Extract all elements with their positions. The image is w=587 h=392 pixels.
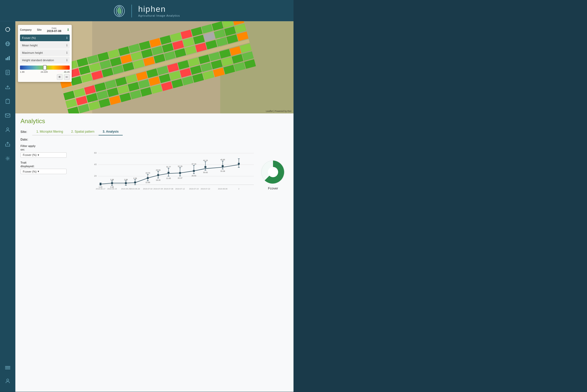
fcover-info-icon[interactable]: ℹ <box>66 36 68 40</box>
sidebar-icon-mail[interactable] <box>3 111 12 120</box>
svg-point-23 <box>7 379 9 381</box>
height-std-info-icon[interactable]: ℹ <box>66 58 68 62</box>
color-range-labels: 1.99 24.220 46.45 <box>20 71 70 73</box>
sidebar-icon-settings[interactable] <box>3 154 12 163</box>
sidebar-icon-rotate[interactable] <box>3 25 12 34</box>
color-range-min: 1.99 <box>20 71 25 73</box>
svg-text:22.37: 22.37 <box>178 177 182 179</box>
map-header: Company Site Date 2019-07-08 ⬇ <box>20 27 70 33</box>
svg-rect-157 <box>125 182 127 184</box>
svg-rect-203 <box>222 165 224 167</box>
svg-text:18.00: 18.00 <box>156 179 161 181</box>
fcover-circle-label: Fcover <box>268 186 278 190</box>
trait-mean-height-label: Mean height <box>22 44 38 47</box>
app-header: hiphen Agricultural Image Analytics <box>0 0 294 21</box>
svg-rect-10 <box>9 56 10 60</box>
color-bar[interactable] <box>20 66 70 70</box>
trait-max-height-button[interactable]: Maximum height ℹ <box>20 49 70 56</box>
mean-height-info-icon[interactable]: ℹ <box>66 44 68 47</box>
svg-text:37.16: 37.16 <box>192 163 196 165</box>
filter-apply-select[interactable]: Fcover (%) ▾ <box>20 152 67 158</box>
color-view-button[interactable]: 👁 <box>57 74 62 80</box>
filter-apply-group: Filter applyon: Fcover (%) ▾ <box>20 144 67 158</box>
sidebar-icon-export[interactable] <box>3 140 12 149</box>
svg-text:2019-06-28: 2019-06-28 <box>130 188 140 190</box>
color-range-max: 46.45 <box>64 71 70 73</box>
svg-text:44.18: 44.18 <box>203 159 208 162</box>
trait-fcover-label: Fcover (%) <box>22 36 36 39</box>
svg-text:2019-07-08: 2019-07-08 <box>164 188 173 190</box>
tab-spatial-pattern[interactable]: 2. Spatial pattern <box>67 128 99 135</box>
svg-rect-209 <box>238 163 240 165</box>
trait-mean-height-button[interactable]: Mean height ℹ <box>20 42 70 49</box>
main-layout: Company Site Date 2019-07-08 ⬇ Fcover (%… <box>0 21 294 392</box>
sidebar-icon-document[interactable] <box>3 68 12 77</box>
svg-text:2019-08-06: 2019-08-06 <box>218 188 227 190</box>
svg-text:2019-06-19: 2019-06-19 <box>107 188 117 190</box>
trait-displayed-chevron: ▾ <box>38 170 39 173</box>
svg-text:60: 60 <box>94 152 97 154</box>
content-area: Company Site Date 2019-07-08 ⬇ Fcover (%… <box>15 21 294 392</box>
logo-text: hiphen Agricultural Image Analytics <box>138 5 180 17</box>
app-tagline: Agricultural Image Analytics <box>138 14 180 17</box>
svg-text:20: 20 <box>94 175 97 177</box>
chart-wrapper: 60 40 20 <box>72 147 288 193</box>
sidebar-icon-chart[interactable] <box>3 54 12 63</box>
filter-apply-label: Filter applyon: <box>20 144 67 152</box>
svg-rect-179 <box>167 172 169 174</box>
svg-text:2: 2 <box>238 188 239 190</box>
svg-text:3.98: 3.98 <box>133 177 137 179</box>
svg-point-18 <box>7 128 9 130</box>
sidebar-icon-globe[interactable] <box>3 39 12 48</box>
svg-text:2.88: 2.88 <box>110 178 114 181</box>
analytics-chart: 60 40 20 <box>72 147 288 193</box>
tab-microplot-filtering[interactable]: 1. Microplot filtering <box>32 128 67 135</box>
svg-rect-197 <box>204 166 206 168</box>
svg-text:45.85: 45.85 <box>221 158 225 161</box>
color-edit-button[interactable]: ✏ <box>64 74 70 80</box>
color-range-actions: 👁 ✏ <box>20 74 70 80</box>
trait-height-std-button[interactable]: Height standard deviation ℹ <box>20 57 70 63</box>
tab-analysis[interactable]: 3. Analysis <box>99 128 123 135</box>
color-range-mid: 24.220 <box>41 71 48 73</box>
svg-point-223 <box>268 167 278 177</box>
svg-text:40: 40 <box>94 163 97 166</box>
svg-rect-8 <box>6 58 7 60</box>
max-height-info-icon[interactable]: ℹ <box>66 51 68 55</box>
sidebar-icon-person[interactable] <box>3 125 12 134</box>
fcover-circle-svg <box>260 159 286 185</box>
sidebar-icon-clipboard[interactable] <box>3 97 12 106</box>
svg-text:21.65: 21.65 <box>166 177 171 179</box>
svg-text:33.38: 33.38 <box>221 170 225 172</box>
trait-fcover-button[interactable]: Fcover (%) ℹ <box>20 35 70 41</box>
svg-rect-173 <box>157 174 159 176</box>
svg-text:30.83: 30.83 <box>203 171 208 174</box>
map-panel: Company Site Date 2019-07-08 ⬇ Fcover (%… <box>18 25 72 82</box>
trait-height-std-label: Height standard deviation <box>22 59 54 62</box>
sidebar <box>0 21 15 392</box>
svg-text:2.88: 2.88 <box>124 178 128 181</box>
color-range: 1.99 24.220 46.45 👁 ✏ <box>20 66 70 80</box>
sidebar-icon-upload[interactable] <box>3 82 12 91</box>
svg-rect-17 <box>5 114 10 117</box>
app-name: hiphen <box>138 5 180 13</box>
fcover-indicator: Fcover <box>260 159 286 190</box>
date-label: Date <box>47 27 61 29</box>
svg-rect-191 <box>193 170 195 172</box>
svg-text:2019-06-25: 2019-06-25 <box>121 188 131 190</box>
svg-text:19.70: 19.70 <box>145 172 150 174</box>
svg-rect-16 <box>7 99 8 100</box>
sidebar-icon-user-bottom[interactable] <box>3 376 12 386</box>
company-label: Company <box>20 28 32 31</box>
sidebar-icon-hamburger[interactable] <box>3 363 12 372</box>
logo-divider <box>131 5 132 17</box>
analytics-tabs: 1. Microplot filtering 2. Spatial patter… <box>32 128 123 135</box>
color-bar-handle[interactable] <box>43 65 47 70</box>
map-attribution: Leaflet | Powered by Esri <box>266 110 291 112</box>
download-map-button[interactable]: ⬇ <box>67 28 70 32</box>
svg-text:2019-06-17: 2019-06-17 <box>96 188 105 190</box>
svg-text:12.86: 12.86 <box>145 181 150 184</box>
trait-displayed-value: Fcover (%) <box>23 170 37 173</box>
trait-displayed-select[interactable]: Fcover (%) ▾ <box>20 169 67 174</box>
svg-rect-167 <box>147 177 149 179</box>
